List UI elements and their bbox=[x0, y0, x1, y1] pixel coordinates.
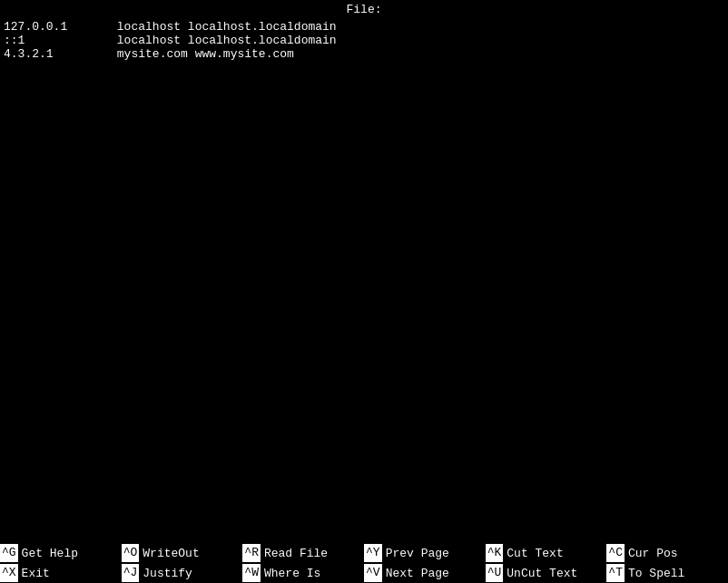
shortcut-label: WriteOut bbox=[139, 547, 202, 560]
header-bar: File: bbox=[0, 0, 728, 18]
shortcut-item[interactable]: ^YPrev Page bbox=[364, 543, 486, 563]
shortcut-key: ^V bbox=[364, 564, 382, 582]
shortcut-label: Next Page bbox=[382, 567, 453, 580]
shortcut-item[interactable]: ^OWriteOut bbox=[122, 543, 243, 563]
shortcut-item[interactable]: ^UUnCut Text bbox=[486, 563, 607, 583]
footer-row-1: ^GGet Help^OWriteOut^RRead File^YPrev Pa… bbox=[0, 543, 728, 563]
shortcut-label: Exit bbox=[18, 567, 54, 580]
shortcut-key: ^U bbox=[486, 564, 504, 582]
shortcut-label: Where Is bbox=[261, 567, 324, 580]
shortcut-label: Justify bbox=[139, 567, 196, 580]
shortcut-label: Read File bbox=[261, 547, 331, 560]
shortcut-item[interactable]: ^TTo Spell bbox=[606, 563, 728, 583]
shortcut-item[interactable]: ^VNext Page bbox=[364, 563, 486, 583]
shortcut-key: ^G bbox=[0, 544, 18, 562]
shortcut-label: Get Help bbox=[18, 547, 82, 560]
shortcut-label: UnCut Text bbox=[503, 567, 581, 580]
file-label: File: bbox=[346, 3, 381, 16]
shortcut-item[interactable]: ^JJustify bbox=[122, 563, 243, 583]
shortcut-key: ^R bbox=[242, 544, 261, 562]
footer-row-2: ^XExit^JJustify^WWhere Is^VNext Page^UUn… bbox=[0, 563, 728, 583]
shortcut-key: ^O bbox=[122, 544, 140, 562]
shortcut-key: ^Y bbox=[364, 544, 382, 562]
shortcut-label: Cur Pos bbox=[625, 547, 682, 560]
shortcut-key: ^X bbox=[0, 564, 18, 582]
shortcut-item[interactable]: ^GGet Help bbox=[0, 543, 122, 563]
shortcut-item[interactable]: ^RRead File bbox=[242, 543, 364, 563]
shortcut-item[interactable]: ^KCut Text bbox=[486, 543, 607, 563]
shortcut-item[interactable]: ^XExit bbox=[0, 563, 122, 583]
shortcut-key: ^K bbox=[486, 544, 504, 562]
shortcut-label: Cut Text bbox=[503, 547, 566, 560]
footer: ^GGet Help^OWriteOut^RRead File^YPrev Pa… bbox=[0, 543, 728, 583]
shortcut-key: ^T bbox=[606, 564, 625, 582]
shortcut-key: ^W bbox=[242, 564, 261, 582]
shortcut-item[interactable]: ^CCur Pos bbox=[606, 543, 728, 563]
shortcut-key: ^C bbox=[606, 544, 625, 562]
shortcut-key: ^J bbox=[122, 564, 140, 582]
shortcut-label: Prev Page bbox=[382, 547, 453, 560]
shortcut-item[interactable]: ^WWhere Is bbox=[242, 563, 364, 583]
editor-area[interactable]: 127.0.0.1 localhost localhost.localdomai… bbox=[0, 18, 728, 543]
shortcut-label: To Spell bbox=[625, 567, 688, 580]
file-info: File: bbox=[346, 3, 381, 16]
